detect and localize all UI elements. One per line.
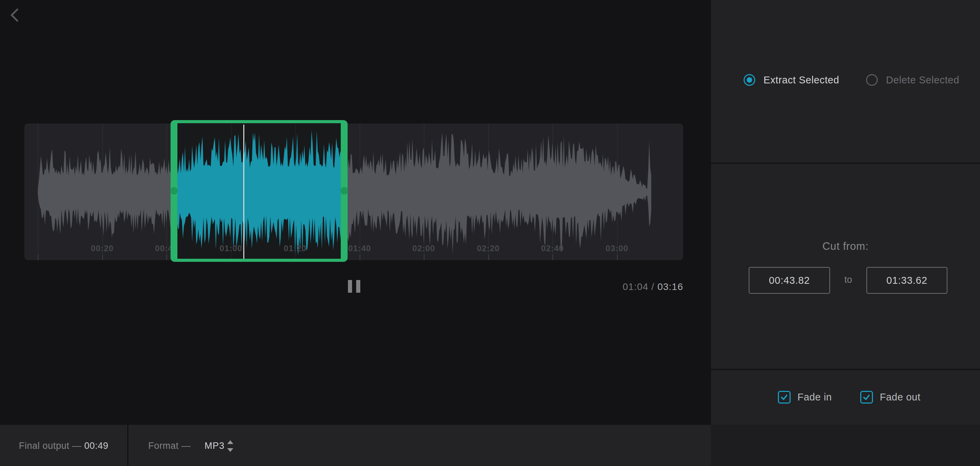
up-arrow-icon <box>227 440 233 444</box>
down-arrow-icon <box>227 448 233 452</box>
back-button[interactable] <box>8 6 24 23</box>
current-time: 01:04 <box>623 282 649 292</box>
start-time-input[interactable] <box>749 267 830 294</box>
waveform-unselected <box>24 124 683 260</box>
timeline-tick-label: 02:00 <box>412 243 435 253</box>
radio-extract-label: Extract Selected <box>764 75 839 86</box>
fade-out-label: Fade out <box>880 391 920 403</box>
timeline-tick-label: 02:20 <box>477 243 500 253</box>
checkbox-checked-icon <box>860 391 873 404</box>
timeline-tick-label: 02:40 <box>541 243 564 253</box>
pause-icon <box>348 280 352 293</box>
to-label: to <box>839 275 857 285</box>
waveform-clip: 00:2000:4001:0001:2001:4002:0002:2002:40… <box>24 124 683 260</box>
format-value[interactable]: MP3 <box>205 441 225 451</box>
time-separator: / <box>651 282 657 292</box>
final-output-value: 00:49 <box>84 441 108 451</box>
timeline-tick-label: 03:00 <box>606 243 628 253</box>
time-display: 01:04 / 03:16 <box>623 282 684 293</box>
format-control: Format —MP3 <box>148 441 225 451</box>
footer-right-panel <box>711 425 980 466</box>
radio-on-icon <box>744 74 755 86</box>
radio-off-icon <box>866 74 878 86</box>
fade-in-checkbox[interactable]: Fade in <box>778 391 832 404</box>
radio-extract-selected[interactable]: Extract Selected <box>744 74 839 86</box>
end-time-input[interactable] <box>866 267 947 294</box>
format-stepper[interactable] <box>226 439 233 453</box>
footer-divider <box>127 425 128 466</box>
footer-bar: Final output —00:49 Format —MP3 Cut <box>0 425 980 466</box>
radio-delete-selected[interactable]: Delete Selected <box>866 74 959 86</box>
timeline-tick-label: 00:20 <box>91 243 114 253</box>
sidebar-divider <box>711 369 980 370</box>
sidebar-divider <box>711 163 980 164</box>
total-time: 03:16 <box>657 282 683 292</box>
sidebar: Extract Selected Delete Selected Cut fro… <box>711 0 980 425</box>
waveform-timeline[interactable]: 00:2000:4001:0001:2001:4002:0002:2002:40… <box>24 124 683 260</box>
selection-handle-right[interactable] <box>340 187 348 194</box>
pause-icon <box>356 280 360 293</box>
chevron-left-icon <box>8 6 24 23</box>
checkbox-checked-icon <box>778 391 791 404</box>
fade-out-checkbox[interactable]: Fade out <box>860 391 920 404</box>
radio-delete-label: Delete Selected <box>886 75 959 86</box>
final-output-label: Final output — <box>19 441 82 451</box>
timeline-tick-label: 01:40 <box>348 243 371 253</box>
fade-in-label: Fade in <box>797 391 832 403</box>
final-output: Final output —00:49 <box>19 441 108 451</box>
selection-handle-left[interactable] <box>170 187 178 194</box>
cut-from-label: Cut from: <box>711 240 980 253</box>
pause-button[interactable] <box>348 280 361 293</box>
format-label: Format — <box>148 441 191 451</box>
selection-frame[interactable] <box>170 120 348 262</box>
